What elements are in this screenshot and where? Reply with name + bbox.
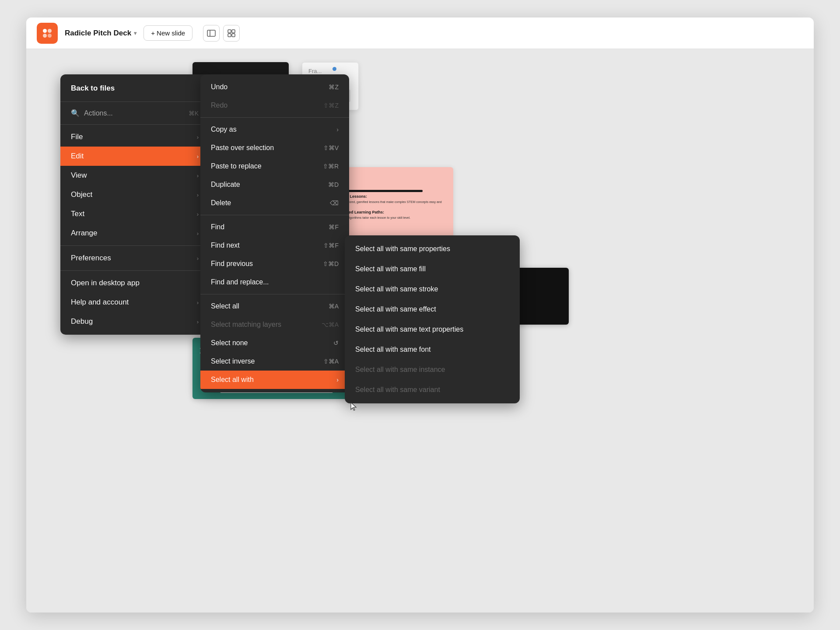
main-window: Radicle Pitch Deck ▾ + New slide <box>26 18 814 612</box>
text-arrow-icon: › <box>197 211 199 217</box>
edit-delete-item[interactable]: Delete ⌫ <box>200 194 349 212</box>
edit-select-all-item[interactable]: Select all ⌘A <box>200 297 349 315</box>
edit-undo-item[interactable]: Undo ⌘Z <box>200 78 349 96</box>
edit-submenu: Undo ⌘Z Redo ⇧⌘Z Copy as › Paste over se… <box>200 74 349 392</box>
view-label: View <box>71 171 87 180</box>
select-same-effect-label: Select all with same effect <box>355 305 436 313</box>
svg-rect-0 <box>43 29 47 33</box>
main-menu: Back to files 🔍 Actions... ⌘K File › Edi… <box>60 74 209 335</box>
menu-item-file[interactable]: File › <box>60 127 209 147</box>
edit-select-matching-item[interactable]: Select matching layers ⌥⌘A <box>200 315 349 334</box>
find-next-shortcut: ⇧⌘F <box>323 242 339 249</box>
menu-divider-1 <box>60 102 209 102</box>
paste-over-label: Paste over selection <box>211 144 274 152</box>
grid-view-button[interactable] <box>223 25 240 42</box>
edit-divider-3 <box>200 294 349 294</box>
view-arrow-icon: › <box>197 172 199 179</box>
edit-paste-over-item[interactable]: Paste over selection ⇧⌘V <box>200 139 349 157</box>
sidebar-toggle-button[interactable] <box>203 25 220 42</box>
redo-shortcut: ⇧⌘Z <box>323 102 339 109</box>
edit-paste-replace-item[interactable]: Paste to replace ⇧⌘R <box>200 157 349 175</box>
undo-shortcut: ⌘Z <box>329 84 339 91</box>
back-to-files-item[interactable]: Back to files <box>60 78 209 99</box>
edit-label: Edit <box>71 152 84 161</box>
select-same-instance-item[interactable]: Select all with same instance <box>345 360 520 380</box>
edit-copy-as-item[interactable]: Copy as › <box>200 120 349 139</box>
menu-item-preferences[interactable]: Preferences › <box>60 248 209 268</box>
select-none-shortcut: ↺ <box>333 340 339 346</box>
select-same-stroke-label: Select all with same stroke <box>355 285 438 293</box>
select-same-properties-item[interactable]: Select all with same properties <box>345 239 520 259</box>
menu-divider-2 <box>60 124 209 125</box>
edit-find-prev-item[interactable]: Find previous ⇧⌘D <box>200 255 349 273</box>
select-same-variant-item[interactable]: Select all with same variant <box>345 380 520 400</box>
edit-redo-item[interactable]: Redo ⇧⌘Z <box>200 96 349 115</box>
menu-item-edit[interactable]: Edit › <box>60 147 209 166</box>
select-matching-label: Select matching layers <box>211 321 281 329</box>
svg-rect-9 <box>232 34 235 37</box>
view-buttons <box>203 25 240 42</box>
select-same-variant-label: Select all with same variant <box>355 386 440 394</box>
redo-label: Redo <box>211 102 228 109</box>
preferences-label: Preferences <box>71 254 111 262</box>
arrange-label: Arrange <box>71 229 97 238</box>
select-same-fill-label: Select all with same fill <box>355 265 426 273</box>
debug-label: Debug <box>71 317 93 326</box>
menu-item-open-desktop[interactable]: Open in desktop app <box>60 273 209 293</box>
select-same-text-props-item[interactable]: Select all with same text properties <box>345 319 520 340</box>
arrange-arrow-icon: › <box>197 230 199 237</box>
delete-label: Delete <box>211 199 231 207</box>
select-same-stroke-item[interactable]: Select all with same stroke <box>345 279 520 299</box>
svg-rect-6 <box>228 30 231 33</box>
menu-item-help-account[interactable]: Help and account › <box>60 293 209 312</box>
edit-divider-2 <box>200 215 349 215</box>
menu-item-arrange[interactable]: Arrange › <box>60 224 209 243</box>
svg-rect-1 <box>48 29 52 33</box>
menu-item-view[interactable]: View › <box>60 166 209 185</box>
duplicate-shortcut: ⌘D <box>328 181 339 188</box>
copy-as-label: Copy as <box>211 126 237 133</box>
edit-find-item[interactable]: Find ⌘F <box>200 218 349 236</box>
file-label: File <box>71 133 83 141</box>
object-label: Object <box>71 190 92 199</box>
select-same-font-item[interactable]: Select all with same font <box>345 340 520 360</box>
paste-replace-label: Paste to replace <box>211 162 262 170</box>
find-replace-label: Find and replace... <box>211 278 269 286</box>
edit-select-none-item[interactable]: Select none ↺ <box>200 334 349 352</box>
duplicate-label: Duplicate <box>211 181 240 189</box>
select-same-fill-item[interactable]: Select all with same fill <box>345 259 520 279</box>
paste-replace-shortcut: ⇧⌘R <box>323 163 339 170</box>
file-name-chevron-icon: ▾ <box>134 30 136 36</box>
select-matching-shortcut: ⌥⌘A <box>322 321 339 328</box>
open-desktop-label: Open in desktop app <box>71 279 140 287</box>
new-slide-label: + New slide <box>151 29 185 37</box>
preferences-arrow-icon: › <box>197 255 199 262</box>
select-all-label: Select all <box>211 302 239 310</box>
edit-select-inverse-item[interactable]: Select inverse ⇧⌘A <box>200 352 349 371</box>
select-none-label: Select none <box>211 339 248 347</box>
select-all-with-submenu: Select all with same properties Select a… <box>345 235 520 403</box>
menu-item-text[interactable]: Text › <box>60 204 209 224</box>
edit-find-next-item[interactable]: Find next ⇧⌘F <box>200 236 349 255</box>
app-icon[interactable] <box>37 23 58 44</box>
copy-as-arrow-icon: › <box>336 126 339 133</box>
edit-divider-1 <box>200 117 349 118</box>
select-same-properties-label: Select all with same properties <box>355 245 450 253</box>
svg-point-3 <box>48 34 52 38</box>
edit-select-all-with-item[interactable]: Select all with › <box>200 371 349 389</box>
file-name-label: Radicle Pitch Deck ▾ <box>65 29 136 38</box>
select-same-effect-item[interactable]: Select all with same effect <box>345 299 520 319</box>
find-next-label: Find next <box>211 242 240 249</box>
menu-item-debug[interactable]: Debug › <box>60 312 209 331</box>
actions-search[interactable]: 🔍 Actions... ⌘K <box>60 105 209 122</box>
select-same-text-props-label: Select all with same text properties <box>355 326 463 333</box>
edit-find-replace-item[interactable]: Find and replace... <box>200 273 349 291</box>
svg-rect-7 <box>232 30 235 33</box>
find-label: Find <box>211 223 224 231</box>
edit-duplicate-item[interactable]: Duplicate ⌘D <box>200 175 349 194</box>
menu-item-object[interactable]: Object › <box>60 185 209 204</box>
help-account-arrow-icon: › <box>197 299 199 306</box>
new-slide-button[interactable]: + New slide <box>144 25 192 41</box>
delete-shortcut: ⌫ <box>330 200 339 206</box>
actions-label: Actions... <box>84 109 113 117</box>
